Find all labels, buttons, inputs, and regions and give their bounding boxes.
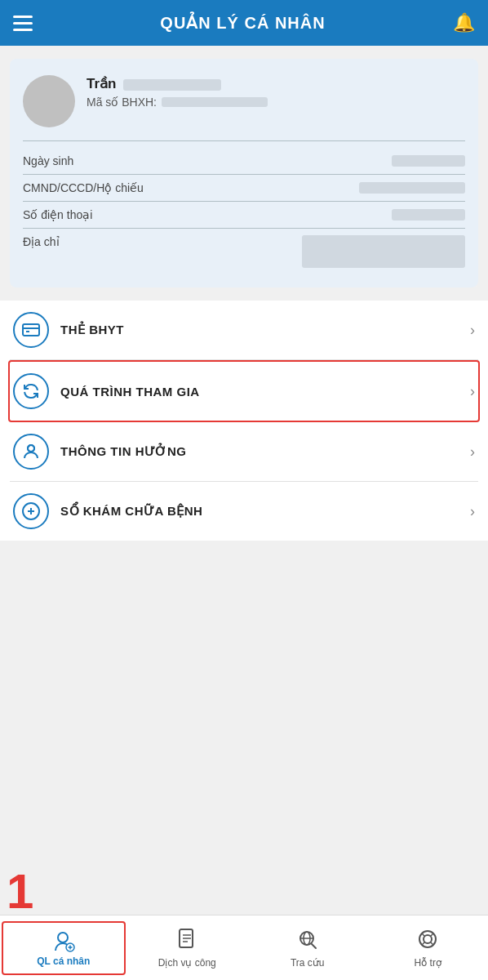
person-info-icon (13, 434, 49, 470)
arrow-icon-qua-trinh: › (470, 383, 475, 400)
person-gear-icon (52, 929, 75, 952)
profile-name: Trần (87, 75, 465, 92)
arrow-icon-thong-tin: › (470, 443, 475, 461)
menu-section: 2 THẺ BHYT › QUÁ TRÌNH THAM GIA › (0, 301, 488, 541)
profile-top: Trần Mã số BHXH: (23, 75, 465, 127)
arrow-icon-so-kham: › (470, 503, 475, 520)
field-label-address: Địa chỉ (23, 235, 129, 248)
field-value-ngay-sinh (392, 155, 465, 167)
card-icon (13, 312, 49, 348)
profile-info: Trần Mã số BHXH: (87, 75, 465, 109)
svg-line-20 (312, 944, 316, 948)
menu-label-qua-trinh: QUÁ TRÌNH THAM GIA (60, 385, 470, 399)
nav-item-tra-cuu[interactable]: Tra cứu (247, 921, 368, 975)
menu-label-so-kham: SỔ KHÁM CHỮA BỆNH (60, 504, 470, 519)
field-value-address (302, 235, 465, 268)
menu-item-so-kham[interactable]: SỔ KHÁM CHỮA BỆNH › (10, 482, 478, 541)
nav-label-dich-vu-cong: Dịch vụ công (158, 957, 216, 969)
nav-item-dich-vu-cong[interactable]: Dịch vụ công (127, 921, 248, 975)
profile-name-blur (123, 79, 221, 91)
field-label-cmnd: CMND/CCCD/Hộ chiếu (23, 181, 144, 194)
field-label-ngay-sinh: Ngày sinh (23, 154, 129, 167)
svg-line-23 (422, 933, 425, 937)
svg-point-9 (58, 933, 68, 942)
nav-label-tra-cuu: Tra cứu (291, 957, 325, 969)
refresh-icon (13, 373, 49, 409)
profile-field-phone: Số điện thoại (23, 202, 465, 229)
menu-item-the-bhyt[interactable]: THẺ BHYT › (10, 301, 478, 360)
avatar (23, 75, 75, 127)
profile-field-cmnd: CMND/CCCD/Hộ chiếu (23, 175, 465, 202)
menu-item-qua-trinh-tham-gia[interactable]: QUÁ TRÌNH THAM GIA › (8, 360, 480, 422)
notification-icon[interactable]: 🔔 (453, 12, 475, 33)
svg-rect-0 (23, 324, 39, 336)
menu-item-thong-tin-huong[interactable]: THÔNG TIN HƯỞNG › (10, 422, 478, 482)
profile-divider (23, 140, 465, 141)
bhxh-blur (162, 97, 268, 107)
field-label-phone: Số điện thoại (23, 208, 129, 221)
svg-line-24 (431, 933, 434, 937)
profile-card: Trần Mã số BHXH: Ngày sinh CMND/CCCD/Hộ … (10, 59, 478, 287)
menu-label-the-bhyt: THẺ BHYT (60, 323, 470, 337)
medical-icon (13, 493, 49, 529)
field-value-phone (392, 209, 465, 220)
profile-bhxh: Mã số BHXH: (87, 96, 465, 109)
search-globe-icon (296, 928, 319, 954)
nav-label-ho-tro: Hỗ trợ (415, 957, 441, 969)
app-header: QUẢN LÝ CÁ NHÂN 🔔 (0, 0, 488, 46)
nav-label-ql-ca-nhan: QL cá nhân (37, 956, 90, 967)
nav-item-ql-ca-nhan[interactable]: QL cá nhân (2, 921, 126, 975)
profile-field-address: Địa chỉ (23, 229, 465, 274)
content-wrapper: Trần Mã số BHXH: Ngày sinh CMND/CCCD/Hộ … (0, 59, 488, 606)
field-value-cmnd (359, 182, 465, 194)
nav-item-ho-tro[interactable]: Hỗ trợ (368, 921, 489, 975)
svg-line-26 (431, 942, 434, 945)
page-title: QUẢN LÝ CÁ NHÂN (160, 13, 325, 33)
menu-label-thong-tin-huong: THÔNG TIN HƯỞNG (60, 444, 470, 459)
hamburger-menu[interactable] (13, 16, 33, 31)
label-number-1: 1 (7, 867, 33, 916)
document-icon (175, 928, 198, 954)
svg-point-4 (28, 445, 34, 452)
svg-line-25 (422, 942, 425, 945)
profile-field-ngay-sinh: Ngày sinh (23, 148, 465, 175)
support-icon (416, 928, 439, 954)
bottom-navigation: QL cá nhân Dịch vụ công Tra cứu (0, 915, 488, 980)
arrow-icon-the-bhyt: › (470, 322, 475, 339)
